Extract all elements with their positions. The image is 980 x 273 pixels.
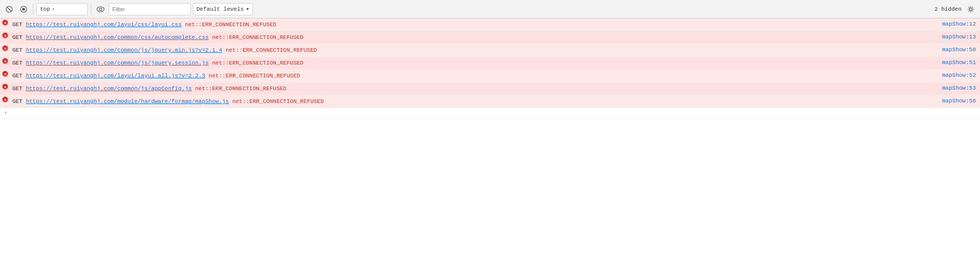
expand-arrow-icon[interactable]: › bbox=[2, 109, 9, 117]
row-source[interactable]: mapShow:56 bbox=[929, 96, 980, 106]
table-row: ✕GET https://test.ruiyanghj.com/common/j… bbox=[0, 82, 980, 95]
row-content: GET https://test.ruiyanghj.com/common/cs… bbox=[10, 32, 929, 43]
url-link[interactable]: https://test.ruiyanghj.com/common/js/jqu… bbox=[26, 60, 208, 66]
svg-text:✕: ✕ bbox=[4, 21, 7, 26]
stop-recording-button[interactable] bbox=[17, 3, 30, 15]
url-link[interactable]: https://test.ruiyanghj.com/common/css/au… bbox=[26, 34, 208, 40]
devtools-toolbar: top ▾ Default levels ▾ 2 hidden bbox=[0, 0, 980, 18]
table-row: ✕GET https://test.ruiyanghj.com/layui/cs… bbox=[0, 18, 980, 31]
svg-text:✕: ✕ bbox=[4, 98, 7, 102]
svg-text:✕: ✕ bbox=[4, 34, 7, 38]
get-label: GET bbox=[12, 86, 26, 92]
error-icon: ✕ bbox=[0, 58, 10, 64]
svg-text:✕: ✕ bbox=[4, 72, 7, 77]
row-source[interactable]: mapShow:12 bbox=[929, 19, 980, 29]
row-content: GET https://test.ruiyanghj.com/layui/css… bbox=[10, 19, 929, 30]
inspect-button[interactable] bbox=[94, 3, 107, 15]
row-content: GET https://test.ruiyanghj.com/layui/lay… bbox=[10, 71, 929, 81]
url-link[interactable]: https://test.ruiyanghj.com/module/hardwa… bbox=[26, 98, 229, 104]
svg-text:✕: ✕ bbox=[4, 85, 7, 90]
row-source[interactable]: mapShow:50 bbox=[929, 45, 980, 54]
row-content: GET https://test.ruiyanghj.com/common/js… bbox=[10, 58, 929, 68]
get-label: GET bbox=[12, 98, 26, 104]
get-label: GET bbox=[12, 73, 26, 79]
chevron-down-icon: ▾ bbox=[52, 7, 55, 11]
svg-text:✕: ✕ bbox=[4, 47, 7, 51]
row-content: GET https://test.ruiyanghj.com/common/js… bbox=[10, 45, 929, 55]
get-label: GET bbox=[12, 34, 26, 40]
get-label: GET bbox=[12, 22, 26, 28]
settings-button[interactable] bbox=[965, 3, 977, 15]
context-selector[interactable]: top ▾ bbox=[36, 3, 88, 15]
url-link[interactable]: https://test.ruiyanghj.com/layui/css/lay… bbox=[26, 22, 182, 28]
error-text: net::ERR_CONNECTION_REFUSED bbox=[205, 73, 300, 79]
error-icon: ✕ bbox=[0, 19, 10, 26]
error-text: net::ERR_CONNECTION_REFUSED bbox=[209, 34, 304, 40]
table-row: ✕GET https://test.ruiyanghj.com/common/j… bbox=[0, 57, 980, 70]
table-row: ✕GET https://test.ruiyanghj.com/layui/la… bbox=[0, 70, 980, 82]
log-level-selector[interactable]: Default levels ▾ bbox=[193, 3, 253, 15]
row-source[interactable]: mapShow:51 bbox=[929, 58, 980, 67]
error-text: net::ERR_CONNECTION_REFUSED bbox=[222, 47, 317, 53]
svg-text:✕: ✕ bbox=[4, 59, 7, 64]
console-output: ✕GET https://test.ruiyanghj.com/layui/cs… bbox=[0, 18, 980, 273]
row-source[interactable]: mapShow:13 bbox=[929, 32, 980, 41]
error-icon: ✕ bbox=[0, 45, 10, 51]
hidden-count-label: 2 hidden bbox=[934, 6, 962, 12]
row-source[interactable]: mapShow:52 bbox=[929, 71, 980, 80]
table-row: ✕GET https://test.ruiyanghj.com/common/c… bbox=[0, 31, 980, 44]
error-text: net::ERR_CONNECTION_REFUSED bbox=[209, 60, 304, 66]
context-selector-label: top bbox=[40, 6, 50, 12]
error-icon: ✕ bbox=[0, 32, 10, 38]
error-text: net::ERR_CONNECTION_REFUSED bbox=[182, 22, 276, 28]
row-content: GET https://test.ruiyanghj.com/common/js… bbox=[10, 83, 929, 94]
svg-rect-3 bbox=[23, 8, 25, 10]
hidden-count-area: 2 hidden bbox=[934, 3, 977, 15]
expand-row: › bbox=[0, 108, 980, 118]
log-level-label: Default levels bbox=[196, 6, 244, 12]
get-label: GET bbox=[12, 60, 26, 66]
clear-console-button[interactable] bbox=[3, 3, 15, 15]
error-text: net::ERR_CONNECTION_REFUSED bbox=[229, 98, 324, 104]
svg-point-4 bbox=[97, 7, 104, 12]
log-level-chevron-icon: ▾ bbox=[246, 6, 249, 12]
error-icon: ✕ bbox=[0, 71, 10, 77]
svg-line-1 bbox=[7, 7, 11, 11]
row-content: GET https://test.ruiyanghj.com/module/ha… bbox=[10, 96, 929, 107]
error-icon: ✕ bbox=[0, 83, 10, 90]
toolbar-separator-2 bbox=[91, 4, 91, 14]
url-link[interactable]: https://test.ruiyanghj.com/common/js/jqu… bbox=[26, 47, 222, 53]
svg-point-5 bbox=[99, 8, 102, 10]
table-row: ✕GET https://test.ruiyanghj.com/common/j… bbox=[0, 44, 980, 57]
get-label: GET bbox=[12, 47, 26, 53]
error-text: net::ERR_CONNECTION_REFUSED bbox=[192, 86, 287, 92]
filter-input[interactable] bbox=[109, 3, 191, 15]
url-link[interactable]: https://test.ruiyanghj.com/common/js/app… bbox=[26, 86, 191, 92]
table-row: ✕GET https://test.ruiyanghj.com/module/h… bbox=[0, 95, 980, 108]
row-source[interactable]: mapShow:53 bbox=[929, 83, 980, 93]
error-icon: ✕ bbox=[0, 96, 10, 102]
svg-point-6 bbox=[970, 8, 972, 10]
toolbar-separator-1 bbox=[33, 4, 33, 14]
url-link[interactable]: https://test.ruiyanghj.com/layui/layui.a… bbox=[26, 73, 205, 79]
